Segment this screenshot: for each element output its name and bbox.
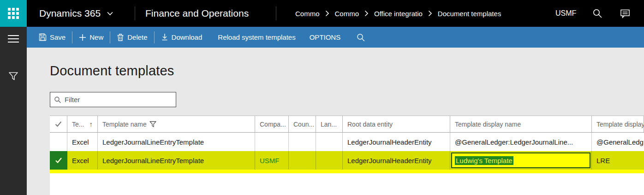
cell-template-display-2: LRE — [592, 151, 644, 170]
check-icon — [55, 157, 62, 164]
dynamics-365-menu[interactable]: Dynamics 365 — [39, 0, 113, 27]
chevron-right-icon — [325, 10, 329, 17]
cell-template-display-name: @GeneralLedger:LedgerJournalLine... — [450, 133, 592, 151]
table-row[interactable]: Excel LedgerJournalLineEntryTemplate Led… — [50, 133, 644, 151]
download-icon — [161, 33, 168, 41]
product-title: Finance and Operations — [145, 0, 249, 27]
cell-language — [316, 133, 343, 151]
reload-label: Reload system templates — [218, 33, 295, 41]
column-header-company[interactable]: Compa... — [255, 116, 289, 132]
toolbar-separator — [110, 31, 110, 43]
new-button[interactable]: New — [73, 27, 109, 48]
row-select-checkbox-checked[interactable] — [50, 151, 67, 170]
company-picker[interactable]: USMF — [555, 0, 576, 27]
cell-company — [255, 133, 289, 151]
cell-template-name: LedgerJournalLineEntryTemplate — [98, 151, 255, 170]
active-row-highlight-strip — [50, 170, 644, 173]
sort-ascending-icon: ↑ — [89, 120, 93, 128]
toolbar-separator — [154, 31, 155, 43]
table-row-selected[interactable]: Excel LedgerJournalLineEntryTemplate USM… — [50, 151, 644, 170]
column-header-country[interactable]: Coun... — [289, 116, 316, 132]
breadcrumb-item-3[interactable]: Office integratio — [374, 10, 423, 18]
topbar-divider — [135, 6, 135, 20]
breadcrumb-item-current[interactable]: Document templates — [438, 10, 501, 18]
column-header-template-name[interactable]: Template name — [98, 116, 255, 132]
chevron-right-icon — [364, 10, 369, 17]
left-sidebar — [0, 27, 27, 195]
cell-template-type: Excel — [67, 151, 98, 170]
search-icon[interactable] — [592, 8, 603, 19]
page-title: Document templates — [50, 63, 174, 79]
action-toolbar: Save New Delete Download Reload system t… — [27, 27, 644, 48]
cell-country — [289, 151, 316, 170]
save-icon — [39, 33, 47, 41]
filter-pane-icon[interactable] — [8, 71, 18, 81]
document-templates-grid: Te... ↑ Template name Compa... Coun... L… — [50, 116, 644, 195]
column-header-language[interactable]: Lan... — [316, 116, 343, 132]
delete-button[interactable]: Delete — [111, 27, 153, 48]
grid-filter-box[interactable] — [50, 92, 176, 107]
column-header-template-display-2[interactable]: Template display — [592, 116, 644, 132]
check-icon — [55, 121, 62, 127]
grid-header-row: Te... ↑ Template name Compa... Coun... L… — [50, 116, 644, 133]
breadcrumb-item-1[interactable]: Commo — [295, 10, 320, 18]
filter-input[interactable] — [65, 96, 172, 104]
breadcrumb: Commo Commo Office integratio Document t… — [295, 0, 501, 27]
cell-company: USMF — [255, 151, 289, 170]
display-name-edit-field[interactable]: Ludwig's Template — [451, 152, 590, 168]
menu-hamburger-icon[interactable] — [8, 35, 19, 43]
column-header-template-type[interactable]: Te... ↑ — [67, 116, 98, 132]
waffle-icon — [8, 8, 19, 19]
cell-country — [289, 133, 316, 151]
cell-root-data-entity: LedgerJournalHeaderEntity — [343, 151, 450, 170]
options-menu[interactable]: OPTIONS — [304, 27, 346, 48]
top-navigation-bar: Dynamics 365 Finance and Operations Comm… — [0, 0, 644, 27]
select-all-column-header[interactable] — [50, 116, 67, 132]
cell-language — [316, 151, 343, 170]
download-button[interactable]: Download — [155, 27, 208, 48]
breadcrumb-item-2[interactable]: Commo — [335, 10, 359, 18]
chevron-right-icon — [428, 10, 432, 17]
brand-label: Dynamics 365 — [39, 8, 101, 19]
app-launcher-button[interactable] — [0, 0, 27, 27]
selected-text: Ludwig's Template — [455, 156, 513, 165]
trash-icon — [117, 33, 124, 41]
reload-system-templates-button[interactable]: Reload system templates — [212, 27, 301, 48]
save-label: Save — [50, 33, 66, 41]
page-content: Document templates Te... ↑ Template name — [27, 48, 644, 195]
cell-template-display-name-editing: Ludwig's Template — [450, 151, 592, 170]
cell-template-name: LedgerJournalLineEntryTemplate — [98, 133, 255, 151]
topbar-divider — [276, 6, 276, 20]
toolbar-search-icon[interactable] — [356, 33, 365, 42]
chevron-down-icon — [107, 12, 113, 16]
cell-root-data-entity: LedgerJournalHeaderEntity — [343, 133, 450, 151]
cell-template-display-2: @GeneralLedg — [592, 133, 644, 151]
save-button[interactable]: Save — [33, 27, 71, 48]
download-label: Download — [172, 33, 203, 41]
options-label: OPTIONS — [310, 33, 341, 41]
feedback-message-icon[interactable] — [620, 8, 631, 19]
new-label: New — [89, 33, 103, 41]
toolbar-separator — [72, 31, 72, 43]
filter-search-icon — [54, 96, 61, 104]
row-select-checkbox[interactable] — [50, 133, 67, 151]
plus-icon — [79, 34, 86, 41]
delete-label: Delete — [127, 33, 147, 41]
column-filter-funnel-icon — [149, 121, 156, 128]
cell-template-type: Excel — [67, 133, 98, 151]
column-header-root-data-entity[interactable]: Root data entity — [343, 116, 450, 132]
column-header-template-display-name[interactable]: Template display name — [450, 116, 592, 132]
